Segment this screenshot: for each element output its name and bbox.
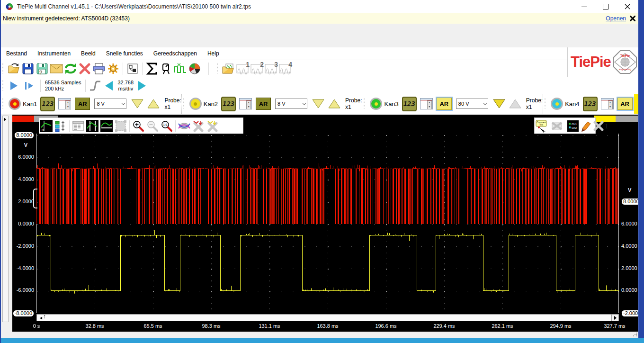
kan2-autorange-button[interactable]: AR [256, 98, 271, 110]
kan1-color-icon[interactable] [9, 98, 21, 110]
graph-region: 0 1 [1, 114, 639, 332]
comment-off-icon[interactable] [550, 119, 564, 133]
kan1-range-select[interactable]: 8 V [94, 99, 126, 109]
trigger-slope-icon[interactable] [88, 79, 102, 93]
close-button[interactable] [617, 0, 638, 13]
kan2-window-icon[interactable]: ▲▼ [239, 98, 252, 109]
horizontal-scrollbar[interactable]: ◄ ↑ [36, 314, 619, 321]
zoom-out-icon[interactable] [146, 119, 159, 133]
scope-canvas[interactable] [36, 134, 619, 313]
value-table-icon[interactable] [72, 119, 85, 133]
object-layout-icon[interactable] [125, 62, 140, 76]
open-instrument-link[interactable]: Openen [606, 15, 626, 22]
kan1-window-icon[interactable]: ▲▼ [58, 98, 71, 109]
kan4-window-icon[interactable]: ▲▼ [601, 98, 614, 109]
toolbar-drag-handle[interactable] [2, 98, 4, 109]
waveform-3-icon[interactable]: 3 [264, 62, 278, 76]
kan4-measure-icon[interactable]: 123 [583, 97, 598, 111]
save-as-icon[interactable]: ? [35, 62, 49, 76]
trigger-level-marker[interactable] [33, 189, 37, 208]
delete-icon[interactable] [78, 62, 92, 76]
pie-chart-icon[interactable] [188, 62, 202, 76]
open-waveform-icon[interactable] [221, 62, 235, 76]
zoom-in-icon[interactable] [132, 119, 145, 133]
menu-bestand[interactable]: Bestand [1, 48, 32, 59]
save-icon[interactable] [21, 62, 35, 76]
duty-cycle-icon[interactable] [173, 62, 188, 76]
start-button[interactable] [10, 81, 18, 90]
kan4-color-icon[interactable] [551, 98, 563, 110]
waveform-1-icon[interactable]: 1 [235, 62, 250, 76]
kan3-range-up-button[interactable] [509, 98, 522, 109]
scroll-right-button[interactable] [611, 315, 618, 321]
kan1-range-down-button[interactable] [131, 98, 144, 109]
menu-instrumenten[interactable]: Instrumenten [32, 48, 76, 59]
expand-panel-icon[interactable] [4, 117, 6, 121]
kan3-range-select[interactable]: 80 V [456, 99, 488, 109]
clear-ch2-icon[interactable] [206, 119, 219, 133]
legend-icon[interactable]: Ch1Ch2 [567, 119, 579, 133]
email-icon[interactable] [49, 62, 63, 76]
left-axis-tick: -4.0000 [17, 265, 34, 271]
toolbar-drag-handle[interactable] [2, 80, 4, 91]
kan1-measure-icon[interactable]: 123 [40, 97, 55, 111]
kan2-range-down-button[interactable] [312, 98, 325, 109]
close-graph-icon[interactable] [593, 119, 604, 133]
toolbar-drag-handle[interactable] [545, 98, 546, 109]
panel-splitter[interactable] [2, 116, 9, 322]
open-icon[interactable] [7, 62, 21, 76]
kan3-range-down-button[interactable] [492, 98, 506, 109]
trigger-position-icon[interactable]: ↑ [43, 313, 46, 320]
acquisition-toolbar: 65536 Samples 200 kHz 32.768 ms/div [1, 77, 639, 95]
kan2-range-up-button[interactable] [328, 98, 341, 109]
menu-beeld[interactable]: Beeld [76, 48, 101, 59]
menu-help[interactable]: Help [202, 48, 224, 59]
scroll-left-marker-icon[interactable]: ◄ [39, 316, 43, 320]
sum-icon[interactable] [145, 62, 159, 76]
kan1-range-up-button[interactable] [147, 98, 160, 109]
time-tick: 262.1 ms [492, 323, 513, 329]
autoscale-icon[interactable] [100, 119, 113, 133]
trace-list-icon[interactable] [54, 119, 67, 133]
left-axis-min[interactable]: -8.0000 [13, 310, 34, 317]
time-tick: 163.8 ms [317, 323, 338, 329]
pen-icon[interactable] [580, 119, 592, 133]
waveform-4-icon[interactable]: 4 [278, 62, 292, 76]
one-shot-button[interactable] [25, 82, 34, 90]
menu-snelle-functies[interactable]: Snelle functies [101, 48, 148, 59]
close-notification-icon[interactable] [630, 16, 635, 21]
clear-ch1-icon[interactable] [192, 119, 205, 133]
kan2-range-select[interactable]: 8 V [275, 99, 307, 109]
zoom-window-icon[interactable] [114, 119, 127, 133]
kan2-color-icon[interactable] [189, 98, 202, 110]
kan1-autorange-button[interactable]: AR [75, 98, 90, 110]
kan3-window-icon[interactable]: ▲▼ [420, 98, 433, 109]
toolbar-drag-handle[interactable] [364, 98, 366, 109]
toolbar-drag-handle[interactable] [183, 98, 185, 109]
refresh-icon[interactable] [63, 62, 78, 76]
menu-gereedschappen[interactable]: Gereedschappen [148, 48, 202, 59]
resize-grip[interactable] [633, 332, 637, 337]
axes-setup-icon[interactable] [86, 119, 99, 133]
plot-area[interactable] [36, 134, 619, 313]
settings-gear-icon[interactable] [106, 62, 120, 76]
timebase-increase-button[interactable] [138, 81, 146, 90]
kan2-measure-icon[interactable]: 123 [221, 97, 236, 111]
kan4-autorange-button[interactable]: AR [617, 98, 633, 110]
waveform-2-icon[interactable]: 2 [250, 62, 264, 76]
print-icon[interactable] [92, 62, 106, 76]
toolbar-drag-handle[interactable] [2, 63, 4, 74]
kan3-autorange-button[interactable]: AR [437, 98, 452, 110]
axis-zero-icon[interactable]: 0 [40, 119, 53, 133]
kan3-measure-icon[interactable]: 123 [402, 97, 417, 111]
meter-icon[interactable] [159, 62, 173, 76]
comment-tool-icon[interactable]: CommentText [535, 119, 549, 133]
toolbar-drag-handle[interactable] [217, 63, 219, 74]
left-axis-max[interactable]: 8.0000 [14, 132, 34, 139]
timebase-decrease-button[interactable] [105, 81, 113, 90]
maximize-button[interactable] [595, 0, 617, 13]
envelope-mode-icon[interactable] [178, 119, 191, 133]
zoom-one-to-one-icon[interactable]: 1:1 [160, 119, 173, 133]
minimize-button[interactable] [573, 0, 595, 13]
kan3-color-icon[interactable] [370, 98, 382, 110]
